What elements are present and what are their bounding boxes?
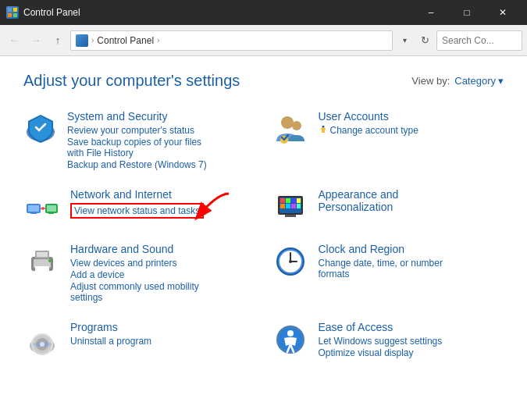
svg-rect-28 [285, 215, 296, 217]
svg-point-49 [287, 330, 294, 336]
search-box[interactable]: 🔍 [436, 30, 522, 51]
view-network-link[interactable]: View network status and tasks [70, 203, 204, 219]
user-accounts-title[interactable]: User Accounts [319, 110, 418, 123]
ease-title[interactable]: Ease of Access [319, 321, 443, 333]
user-accounts-icon [272, 110, 309, 148]
svg-rect-11 [30, 212, 37, 214]
backup-restore-link[interactable]: Backup and Restore (Windows 7) [67, 159, 207, 170]
main-content: Adjust your computer's settings View by:… [0, 56, 527, 379]
programs-title[interactable]: Programs [70, 321, 151, 333]
breadcrumb-bar[interactable]: › Control Panel › [70, 30, 393, 51]
window-controls: – □ ✕ [413, 0, 521, 25]
system-security-title[interactable]: System and Security [67, 110, 207, 123]
optimize-display-link[interactable]: Optimize visual display [319, 347, 443, 358]
system-security-icon [23, 110, 58, 144]
appearance-icon [272, 188, 309, 226]
user-accounts-content: User Accounts Change account type [319, 110, 418, 138]
categories-grid: System and Security Review your computer… [23, 105, 504, 364]
system-security-content: System and Security Review your computer… [67, 110, 207, 171]
suggest-settings-link[interactable]: Let Windows suggest settings [319, 336, 443, 347]
window-title: Control Panel [23, 7, 80, 18]
category-ease: Ease of Access Let Windows suggest setti… [272, 316, 504, 364]
ease-content: Ease of Access Let Windows suggest setti… [319, 321, 443, 359]
maximize-button[interactable]: □ [449, 0, 485, 25]
back-button[interactable]: ← [5, 31, 23, 50]
svg-rect-10 [28, 205, 39, 212]
svg-rect-23 [297, 198, 301, 203]
svg-point-5 [281, 116, 294, 129]
red-arrow [186, 190, 233, 232]
svg-rect-2 [8, 13, 12, 17]
view-devices-link[interactable]: View devices and printers [70, 258, 199, 269]
addressbar: ← → ↑ › Control Panel › ▾ ↻ 🔍 [0, 25, 527, 56]
category-programs: Programs Uninstall a program [23, 316, 256, 364]
network-title[interactable]: Network and Internet [70, 188, 204, 201]
clock-icon [272, 243, 309, 280]
svg-rect-33 [35, 266, 49, 272]
hardware-icon [23, 243, 61, 280]
app-icon [6, 6, 19, 19]
category-hardware: Hardware and Sound View devices and prin… [23, 238, 256, 308]
svg-rect-24 [280, 204, 285, 208]
page-title: Adjust your computer's settings [23, 72, 240, 90]
ease-icon [272, 321, 309, 358]
forward-button[interactable]: → [27, 31, 45, 50]
minimize-button[interactable]: – [413, 0, 449, 25]
svg-point-40 [289, 260, 292, 263]
viewby-label: View by: [411, 75, 450, 87]
category-appearance: Appearance andPersonalization [272, 183, 504, 230]
svg-rect-0 [8, 8, 12, 12]
uninstall-link[interactable]: Uninstall a program [70, 336, 151, 347]
review-status-link[interactable]: Review your computer's status [67, 125, 207, 136]
search-input[interactable] [442, 35, 527, 46]
network-content: Network and Internet View network status… [70, 188, 204, 219]
refresh-button[interactable]: ↻ [416, 31, 433, 50]
svg-point-46 [33, 342, 52, 347]
breadcrumb-folder-icon [76, 34, 88, 47]
clock-content: Clock and Region Change date, time, or n… [319, 243, 443, 280]
programs-content: Programs Uninstall a program [70, 321, 151, 347]
category-user: User Accounts Change account type [272, 105, 504, 176]
svg-rect-1 [13, 8, 17, 12]
svg-rect-22 [291, 198, 296, 203]
category-clock: Clock and Region Change date, time, or n… [272, 238, 504, 308]
viewby-value-button[interactable]: Category ▾ [454, 75, 504, 87]
svg-rect-14 [48, 212, 54, 214]
network-icon [23, 188, 61, 226]
clock-title[interactable]: Clock and Region [319, 243, 443, 255]
titlebar-left: Control Panel [6, 6, 80, 19]
breadcrumb-end-chevron: › [157, 36, 159, 44]
svg-point-34 [48, 259, 52, 262]
change-account-link[interactable]: Change account type [319, 125, 418, 137]
svg-rect-26 [291, 204, 296, 208]
svg-rect-32 [37, 252, 48, 257]
up-button[interactable]: ↑ [48, 31, 67, 50]
svg-point-16 [41, 207, 45, 210]
close-button[interactable]: ✕ [485, 0, 521, 25]
address-dropdown-button[interactable]: ▾ [396, 31, 413, 50]
category-system: System and Security Review your computer… [23, 105, 256, 176]
breadcrumb-chevron: › [91, 36, 94, 44]
svg-rect-13 [47, 205, 56, 212]
hardware-content: Hardware and Sound View devices and prin… [70, 243, 199, 304]
category-network: Network and Internet View network status… [23, 183, 256, 230]
programs-icon [23, 321, 61, 358]
titlebar: Control Panel – □ ✕ [0, 0, 527, 25]
svg-rect-21 [286, 198, 290, 203]
date-time-link[interactable]: Change date, time, or numberformats [319, 258, 443, 279]
add-device-link[interactable]: Add a device [70, 269, 199, 280]
backup-link[interactable]: Save backup copies of your fileswith Fil… [67, 137, 207, 158]
svg-rect-20 [280, 198, 285, 203]
hardware-title[interactable]: Hardware and Sound [70, 243, 199, 255]
svg-point-6 [292, 121, 301, 130]
mobility-link[interactable]: Adjust commonly used mobilitysettings [70, 281, 199, 303]
appearance-title[interactable]: Appearance andPersonalization [319, 188, 399, 213]
breadcrumb-text: Control Panel [97, 35, 154, 46]
svg-rect-25 [286, 204, 290, 208]
svg-rect-3 [13, 13, 17, 17]
viewby-control: View by: Category ▾ [411, 75, 504, 87]
appearance-content: Appearance andPersonalization [319, 188, 399, 215]
header-row: Adjust your computer's settings View by:… [23, 72, 504, 90]
svg-rect-27 [297, 204, 301, 208]
